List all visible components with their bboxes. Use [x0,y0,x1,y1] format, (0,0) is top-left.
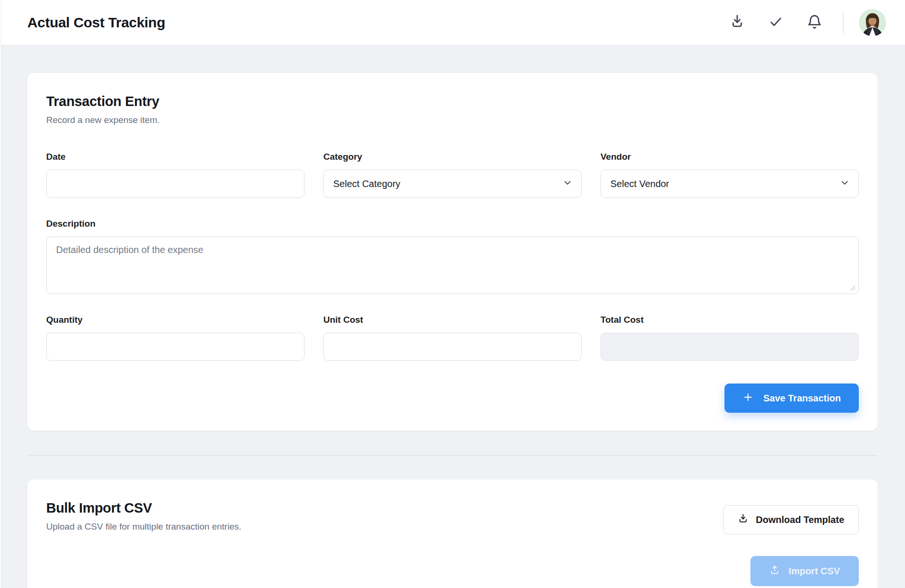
download-button[interactable] [724,9,750,36]
chevron-down-icon [562,178,573,190]
notifications-button[interactable] [801,9,828,36]
bulk-import-title: Bulk Import CSV [46,500,241,516]
save-transaction-button[interactable]: Save Transaction [724,384,859,413]
approve-button[interactable] [763,9,789,36]
quantity-label: Quantity [46,315,304,325]
date-input[interactable] [46,170,304,198]
unit-cost-field-group: Unit Cost [323,315,582,361]
download-template-label: Download Template [756,514,844,525]
entry-row-1: Date Category Select Category Vendor Sel… [46,152,859,198]
download-icon [738,513,749,526]
header-actions [724,9,886,36]
category-label: Category [323,152,582,162]
plus-icon [742,392,754,405]
vendor-select-value: Select Vendor [610,179,669,189]
entry-row-2: Quantity Unit Cost Total Cost [46,315,859,361]
category-select-value: Select Category [333,179,400,189]
category-field-group: Category Select Category [323,152,582,198]
chevron-down-icon [839,178,850,190]
description-field-group: Description [46,219,859,294]
check-icon [768,14,784,31]
quantity-input[interactable] [46,333,304,361]
unit-cost-input[interactable] [323,333,582,361]
avatar[interactable] [859,9,886,36]
vendor-field-group: Vendor Select Vendor [601,152,859,198]
header-divider [843,12,844,33]
bulk-import-actions: Import CSV [46,556,859,586]
vendor-select[interactable]: Select Vendor [601,170,859,198]
bulk-import-header: Bulk Import CSV Upload a CSV file for mu… [46,500,859,534]
main-content: Transaction Entry Record a new expense i… [0,45,905,588]
vendor-label: Vendor [601,152,859,162]
category-select[interactable]: Select Category [323,170,582,198]
transaction-entry-subtitle: Record a new expense item. [46,115,859,125]
sidebar-edge [0,0,1,588]
transaction-entry-card: Transaction Entry Record a new expense i… [27,73,878,431]
transaction-entry-title: Transaction Entry [46,94,859,109]
quantity-field-group: Quantity [46,315,304,361]
unit-cost-label: Unit Cost [323,315,582,325]
download-template-button[interactable]: Download Template [723,505,859,534]
transaction-entry-footer: Save Transaction [46,384,859,413]
description-textarea[interactable] [46,237,859,294]
total-cost-input [601,333,859,361]
import-csv-label: Import CSV [789,566,840,577]
total-cost-label: Total Cost [601,315,859,325]
bell-icon [806,14,823,31]
description-label: Description [46,219,859,229]
save-transaction-label: Save Transaction [763,393,841,404]
app-header: Actual Cost Tracking [0,0,905,45]
upload-icon [769,564,780,578]
import-csv-button: Import CSV [750,556,859,586]
page-title: Actual Cost Tracking [27,15,165,31]
bulk-import-heading: Bulk Import CSV Upload a CSV file for mu… [46,500,241,532]
bulk-import-subtitle: Upload a CSV file for multiple transacti… [46,522,241,532]
download-icon [729,14,745,31]
section-divider [27,455,878,456]
date-label: Date [46,152,304,162]
date-field-group: Date [46,152,304,198]
total-cost-field-group: Total Cost [601,315,859,361]
bulk-import-card: Bulk Import CSV Upload a CSV file for mu… [27,480,878,588]
